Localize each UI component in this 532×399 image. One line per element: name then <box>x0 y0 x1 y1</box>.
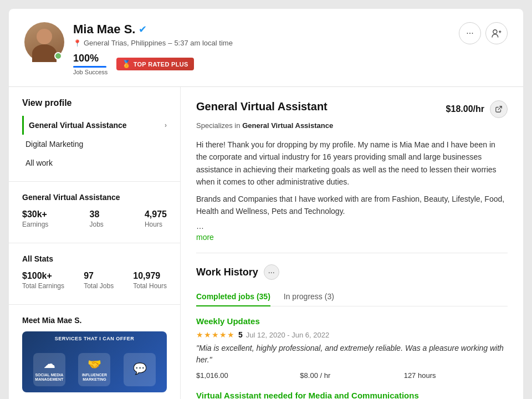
tab-completed-jobs[interactable]: Completed jobs (35) <box>196 288 270 306</box>
section-divider <box>196 253 508 253</box>
sidebar-title: View profile <box>22 98 167 108</box>
stat-earnings-value: $30k+ <box>22 209 48 219</box>
influencer-label: INFLUENCER MARKETING <box>78 373 110 382</box>
influencer-icon: 🤝 <box>88 357 101 371</box>
work-history-title: Work History <box>196 267 258 278</box>
all-stats-section: All Stats $100k+ Total Earnings 97 Total… <box>9 243 180 305</box>
profile-info: Mia Mae S. ✔ 📍 General Trias, Philippine… <box>73 22 233 75</box>
job-title: General Virtual Assistant <box>196 100 328 113</box>
online-badge <box>54 52 62 60</box>
profile-location: 📍 General Trias, Philippines – 5:37 am l… <box>73 39 233 47</box>
comms-icon: 💬 <box>133 362 147 375</box>
stat-jobs-value: 38 <box>89 209 103 219</box>
all-stat-jobs-value: 97 <box>84 271 114 281</box>
all-stat-hours-value: 10,979 <box>133 271 167 281</box>
job-success-bar-fill <box>73 66 106 68</box>
svg-point-0 <box>493 30 497 34</box>
work-rate-0: $8.00 / hr <box>300 371 403 380</box>
nav-item-wrapper-gva: General Virtual Assistance › <box>22 116 167 135</box>
location-separator: – <box>168 39 172 47</box>
work-meta-row-0: $1,016.00 $8.00 / hr 127 hours <box>196 371 508 380</box>
all-stat-hours-label: Total Hours <box>133 282 167 290</box>
nav-item-wrapper-dm: Digital Marketing <box>22 135 167 154</box>
medal-icon: 🏅 <box>122 60 131 68</box>
tab-inprogress-label: In progress (3) <box>284 292 334 301</box>
stat-hours-value: 4,975 <box>145 209 167 219</box>
sidebar-item-gva-label: General Virtual Assistance <box>29 121 127 130</box>
job-specializes: Specializes in General Virtual Assistanc… <box>196 121 508 130</box>
rating-row-0: ★★★★★ 5 Jul 12, 2020 - Jun 6, 2022 <box>196 330 508 339</box>
profile-header: Mia Mae S. ✔ 📍 General Trias, Philippine… <box>9 9 523 87</box>
sidebar-item-all-work[interactable]: All work <box>24 154 167 172</box>
rating-dates-0: Jul 12, 2020 - Jun 6, 2022 <box>246 331 329 339</box>
job-header: General Virtual Assistant $18.00/hr <box>196 100 508 118</box>
work-item-1-title[interactable]: Virtual Assistant needed for Media and C… <box>196 391 508 399</box>
more-options-button[interactable]: ··· <box>459 22 481 44</box>
stats-section: General Virtual Assistance $30k+ Earning… <box>9 182 180 243</box>
all-stat-total-jobs: 97 Total Jobs <box>84 271 114 290</box>
tab-in-progress[interactable]: In progress (3) <box>284 288 334 306</box>
sidebar-item-all-label: All work <box>25 158 53 167</box>
profile-name: Mia Mae S. <box>73 22 135 37</box>
stat-earnings: $30k+ Earnings <box>22 209 48 228</box>
stat-jobs-label: Jobs <box>89 221 103 228</box>
avatar <box>24 22 64 62</box>
work-history-header: Work History ··· <box>196 264 508 280</box>
sidebar-item-dm-label: Digital Marketing <box>25 140 83 149</box>
nav-item-wrapper-all: All work <box>22 154 167 172</box>
meet-section: Meet Mia Mae S. SERVICES THAT I CAN OFFE… <box>9 305 180 399</box>
specializes-value: General Virtual Assistance <box>242 121 333 130</box>
all-stat-earnings-value: $100k+ <box>22 271 64 281</box>
job-rate-row: $18.00/hr <box>446 100 508 118</box>
stats-section-title: General Virtual Assistance <box>22 193 167 202</box>
job-description-para1: Hi there! Thank you for dropping by my p… <box>196 139 508 188</box>
rating-score-0: 5 <box>238 330 243 339</box>
all-stat-total-earnings: $100k+ Total Earnings <box>22 271 64 290</box>
all-stats-title: All Stats <box>22 254 167 263</box>
job-description-para2: Brands and Companies that I have worked … <box>196 193 508 218</box>
social-media-icon: ☁ <box>44 357 55 371</box>
stat-hours: 4,975 Hours <box>145 209 167 228</box>
specializes-prefix: Specializes in <box>196 121 241 130</box>
job-success-block: 100% Job Success <box>73 53 108 75</box>
more-link[interactable]: more <box>196 233 508 242</box>
body-layout: View profile General Virtual Assistance … <box>9 87 523 399</box>
add-contact-button[interactable] <box>485 22 508 44</box>
work-hours-0: 127 hours <box>404 371 508 380</box>
description-ellipsis: … <box>196 222 508 231</box>
work-item-0-title[interactable]: Weekly Updates <box>196 316 508 326</box>
work-history-options-button[interactable]: ··· <box>264 264 279 280</box>
work-earned-0: $1,016.00 <box>196 371 300 380</box>
top-rated-label: TOP RATED PLUS <box>134 61 188 68</box>
verified-icon: ✔ <box>139 23 147 35</box>
meet-icon-comms: 💬 <box>124 353 156 386</box>
job-rate: $18.00/hr <box>446 104 484 114</box>
stat-jobs: 38 Jobs <box>89 209 103 228</box>
meet-icons-row: ☁ SOCIAL MEDIA MANAGEMENT 🤝 INFLUENCER M… <box>27 353 162 386</box>
stat-hours-label: Hours <box>145 221 167 228</box>
sidebar-item-digital-marketing[interactable]: Digital Marketing <box>24 135 167 154</box>
main-content: General Virtual Assistant $18.00/hr Spec… <box>181 87 523 399</box>
work-item-0: Weekly Updates ★★★★★ 5 Jul 12, 2020 - Ju… <box>196 316 508 380</box>
location-pin-icon: 📍 <box>73 39 81 47</box>
social-media-label: SOCIAL MEDIA MANAGEMENT <box>33 373 65 382</box>
sidebar-item-gva[interactable]: General Virtual Assistance › <box>27 116 167 135</box>
rating-stars-0: ★★★★★ <box>196 330 235 339</box>
location-text: General Trias, Philippines <box>84 39 166 47</box>
job-success-bar <box>73 66 106 68</box>
meet-icon-influencer: 🤝 INFLUENCER MARKETING <box>78 353 110 386</box>
meet-image-title: SERVICES THAT I CAN OFFER <box>22 336 167 341</box>
top-rated-badge: 🏅 TOP RATED PLUS <box>116 58 193 70</box>
all-stat-earnings-label: Total Earnings <box>22 282 64 290</box>
tabs-row: Completed jobs (35) In progress (3) <box>196 288 508 306</box>
copy-link-button[interactable] <box>490 100 508 118</box>
sidebar-nav-section: View profile General Virtual Assistance … <box>9 87 180 182</box>
review-text-0: "Mia is excellent, highly professional, … <box>196 342 508 366</box>
header-actions: ··· <box>459 22 508 44</box>
tab-completed-label: Completed jobs (35) <box>196 292 270 301</box>
work-item-1: Virtual Assistant needed for Media and C… <box>196 391 508 399</box>
meet-icon-social: ☁ SOCIAL MEDIA MANAGEMENT <box>33 353 65 386</box>
job-success-label: Job Success <box>73 69 108 75</box>
sidebar: View profile General Virtual Assistance … <box>9 87 181 399</box>
chevron-right-icon: › <box>165 121 167 129</box>
